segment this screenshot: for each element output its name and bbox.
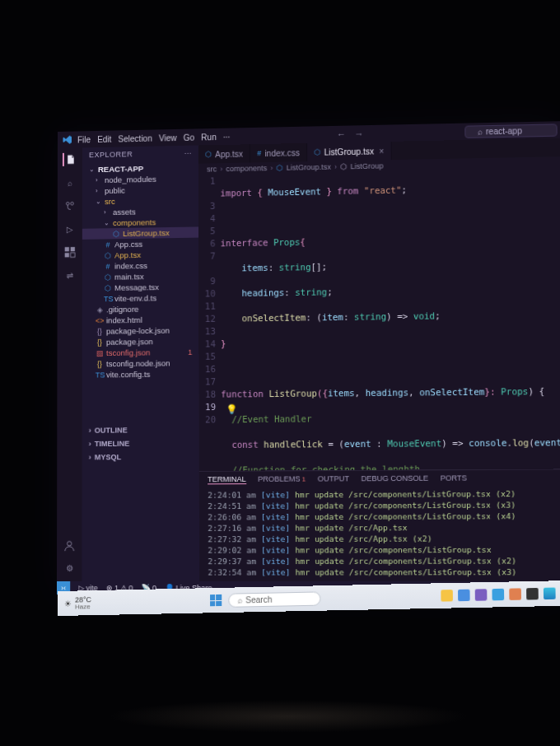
svg-rect-1: [71, 247, 75, 251]
svg-rect-2: [65, 253, 69, 257]
close-tab-icon[interactable]: ×: [379, 147, 384, 156]
search-icon: ⌕: [478, 127, 483, 136]
panel-output[interactable]: OUTPUT: [318, 474, 349, 484]
taskbar-weather[interactable]: ☀ 28°C Haze: [64, 596, 91, 611]
nav-back-icon[interactable]: ←: [337, 129, 346, 139]
search-activity-icon[interactable]: ⌕: [63, 176, 77, 189]
terminal-output[interactable]: 2:24:01 am [vite] hmr update /src/compon…: [199, 486, 560, 581]
tray-app-icon[interactable]: [492, 589, 504, 601]
panel-problems[interactable]: PROBLEMS1: [258, 474, 306, 484]
explorer-sidebar: EXPLORER ··· ⌄REACT-APP ›node_modules ›p…: [82, 146, 199, 581]
svg-point-4: [68, 541, 72, 545]
svg-rect-0: [65, 247, 69, 251]
code-editor[interactable]: 13456791011121314151617181920 import { M…: [198, 168, 560, 471]
tray-app-icon[interactable]: [509, 588, 521, 600]
tray-app-icon[interactable]: [458, 590, 470, 602]
explorer-title: EXPLORER: [89, 150, 133, 159]
outline-section[interactable]: OUTLINE: [82, 423, 199, 437]
command-center[interactable]: ⌕ react-app: [464, 124, 558, 138]
mysql-section[interactable]: MYSQL: [82, 450, 199, 464]
panel-debug[interactable]: DEBUG CONSOLE: [361, 474, 428, 484]
menu-selection[interactable]: Selection: [118, 133, 152, 143]
remote-explorer-icon[interactable]: ⇌: [63, 268, 77, 282]
bottom-panel: TERMINAL PROBLEMS1 OUTPUT DEBUG CONSOLE …: [199, 469, 560, 580]
menu-more[interactable]: ···: [223, 132, 230, 141]
panel-terminal[interactable]: TERMINAL: [208, 475, 246, 485]
panel-ports[interactable]: PORTS: [441, 473, 467, 483]
run-debug-icon[interactable]: ▷: [63, 222, 77, 235]
taskbar-tray: [441, 588, 555, 602]
tab-listgroup[interactable]: ⬡ListGroup.tsx×: [307, 142, 391, 161]
extensions-icon[interactable]: [63, 245, 77, 259]
lightbulb-icon[interactable]: 💡: [226, 404, 237, 415]
menu-view[interactable]: View: [159, 133, 177, 142]
menu-run[interactable]: Run: [201, 132, 217, 141]
sun-icon: ☀: [64, 599, 72, 608]
nav-forward-icon[interactable]: →: [354, 128, 363, 138]
tray-app-icon[interactable]: [526, 588, 539, 600]
explorer-more-icon[interactable]: ···: [184, 149, 192, 157]
vscode-logo-icon: [63, 135, 72, 145]
search-icon: ⌕: [237, 595, 242, 604]
taskbar-search[interactable]: ⌕Search: [228, 591, 320, 607]
tray-app-icon[interactable]: [544, 588, 556, 600]
settings-gear-icon[interactable]: ⚙: [63, 561, 76, 574]
menu-file[interactable]: File: [77, 135, 91, 144]
command-center-text: react-app: [486, 126, 522, 136]
tray-app-icon[interactable]: [475, 589, 488, 601]
editor-area: ⬡App.tsx #index.css ⬡ListGroup.tsx× src›…: [198, 138, 560, 581]
menu-go[interactable]: Go: [184, 133, 195, 142]
tray-app-icon[interactable]: [441, 590, 453, 602]
tab-apptsx[interactable]: ⬡App.tsx: [198, 144, 250, 163]
source-control-icon[interactable]: [63, 199, 77, 212]
start-button[interactable]: [210, 594, 222, 606]
file-viteconfig[interactable]: TSvite.config.ts: [82, 368, 199, 380]
explorer-icon[interactable]: [63, 153, 76, 166]
svg-rect-3: [71, 253, 75, 257]
accounts-icon[interactable]: [63, 539, 76, 553]
vscode-window: File Edit Selection View Go Run ··· ← → …: [57, 121, 560, 594]
timeline-section[interactable]: TIMELINE: [82, 436, 199, 450]
tab-indexcss[interactable]: #index.css: [250, 143, 307, 163]
keyboard-glow: [107, 700, 469, 733]
activity-bar: ⌕ ▷ ⇌ ⚙: [57, 147, 82, 581]
menu-edit[interactable]: Edit: [97, 134, 111, 143]
